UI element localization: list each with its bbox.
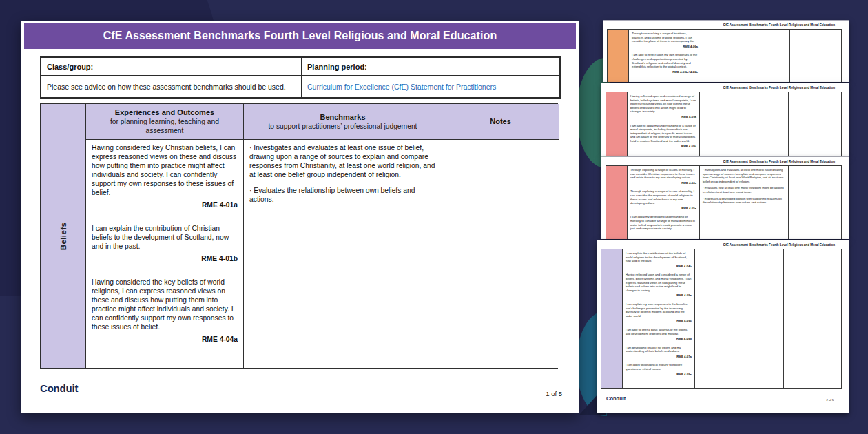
thumbnail-header: CfE Assessment Benchmarks Fourth Level R… bbox=[597, 240, 849, 249]
outcome-text: Having reflected upon and considered a r… bbox=[630, 94, 696, 114]
class-group-label: Class/group: bbox=[41, 58, 301, 76]
outcome-code: RME 4-05a bbox=[630, 207, 696, 211]
outcome-item: I am able to reflect upon my own respons… bbox=[632, 53, 698, 74]
outcome-item: Having considered key Christian beliefs,… bbox=[92, 143, 238, 209]
thumbnail-sidebar: Issues bbox=[606, 166, 627, 239]
thumbnail-notes-cell bbox=[788, 166, 841, 239]
thumbnail-experiences-cell: Through exploring a range of issues of m… bbox=[627, 166, 699, 239]
outcome-code: RME 4-09d bbox=[626, 337, 692, 341]
outcome-text: Through exploring a range of issues of m… bbox=[630, 189, 696, 205]
thumbnail-sidebar bbox=[608, 30, 628, 82]
thumbnail-experiences-cell: I can explain the contributions of the b… bbox=[622, 249, 694, 388]
planning-period-label: Planning period: bbox=[301, 58, 559, 76]
outcome-item: Through researching a range of tradition… bbox=[632, 32, 698, 48]
conduit-logo: Conduit bbox=[606, 395, 626, 402]
outcome-item: I can apply my developing understanding … bbox=[630, 215, 696, 230]
outcome-text: Through exploring a range of issues of m… bbox=[630, 168, 696, 180]
benchmarks-table: Beliefs Experiences and Outcomes for pla… bbox=[40, 103, 558, 369]
thumbnail-page-values-1[interactable]: CfE Assessment Benchmarks Fourth Level R… bbox=[601, 157, 849, 239]
outcome-code: RME 4-09b bbox=[630, 145, 696, 149]
outcome-text: I am able to offer a basic analysis of t… bbox=[626, 328, 692, 335]
outcome-text: I can apply philosophical enquiry to exp… bbox=[626, 363, 692, 371]
outcome-text: I am able to apply my understanding of a… bbox=[630, 124, 696, 143]
advice-text: Please see advice on how these assessmen… bbox=[41, 76, 301, 97]
outcome-code: RME 4-09c bbox=[626, 319, 692, 323]
document-page-1: CfE Assessment Benchmarks Fourth Level R… bbox=[21, 21, 579, 413]
outcome-code: RME 4-04a bbox=[92, 335, 238, 344]
section-sidebar: Beliefs bbox=[41, 104, 85, 368]
thumbnail-benchmarks-cell bbox=[701, 30, 789, 82]
outcome-item: Having reflected upon and considered a r… bbox=[626, 273, 692, 298]
thumbnail-table: Having reflected upon and considered a r… bbox=[606, 92, 842, 156]
benchmarks-header-title: Benchmarks bbox=[320, 113, 365, 122]
thumbnail-header: CfE Assessment Benchmarks Fourth Level R… bbox=[601, 157, 849, 165]
benchmark-item: Expresses a developed opinion with suppo… bbox=[703, 197, 785, 205]
outcome-code: RME 4-04b bbox=[626, 265, 692, 269]
outcome-text: I can explain the contribution of Christ… bbox=[92, 224, 238, 251]
outcome-item: Having reflected upon and considered a r… bbox=[630, 94, 696, 119]
outcome-code: RME 4-02a bbox=[630, 181, 696, 185]
advice-link-cell: Curriculum for Excellence (CfE) Statemen… bbox=[301, 76, 559, 97]
thumbnail-notes-cell bbox=[789, 30, 841, 82]
outcome-code: RME 4-07a bbox=[626, 355, 692, 359]
outcome-text: I can explain my own responses to the be… bbox=[626, 302, 692, 318]
thumbnail-benchmarks-cell: Investigates and evaluates at least one … bbox=[699, 166, 788, 239]
page-title: CfE Assessment Benchmarks Fourth Level R… bbox=[24, 23, 576, 49]
desktop-background: CfE Assessment Benchmarks Fourth Level R… bbox=[0, 0, 868, 434]
thumbnail-benchmarks-cell bbox=[699, 92, 788, 156]
section-label: Beliefs bbox=[59, 222, 68, 250]
benchmark-item: Investigates and evaluates at least one … bbox=[249, 143, 436, 179]
page-number: 1 of 5 bbox=[546, 390, 562, 397]
outcome-code: RME 4-09a bbox=[626, 293, 692, 298]
cfe-statement-link[interactable]: Curriculum for Excellence (CfE) Statemen… bbox=[307, 83, 496, 91]
experiences-cell: Having considered key Christian beliefs,… bbox=[85, 140, 243, 368]
outcome-code: RME 4-06a bbox=[632, 45, 698, 49]
outcome-text: I can explain the contributions of the b… bbox=[626, 251, 692, 263]
experiences-header-sub: for planning learning, teaching and asse… bbox=[93, 117, 236, 135]
thumbnail-table: I can explain the contributions of the b… bbox=[601, 249, 842, 389]
thumbnail-table: Through researching a range of tradition… bbox=[607, 29, 842, 82]
outcome-item: I can explain my own responses to the be… bbox=[626, 302, 692, 323]
benchmark-item: Evaluates the relationship between own b… bbox=[249, 186, 436, 204]
outcome-item: Through exploring a range of issues of m… bbox=[630, 168, 696, 185]
outcome-item: I can explain the contributions of the b… bbox=[626, 251, 692, 268]
thumbnail-page-beliefs-2[interactable]: CfE Assessment Benchmarks Fourth Level R… bbox=[597, 240, 849, 413]
outcome-item: Having considered the key beliefs of wor… bbox=[92, 278, 238, 344]
thumbnail-notes-cell bbox=[788, 92, 841, 156]
thumbnail-benchmarks-cell bbox=[694, 249, 783, 388]
notes-header-title: Notes bbox=[490, 117, 511, 126]
thumbnail-page-practices[interactable]: CfE Assessment Benchmarks Fourth Level R… bbox=[603, 21, 849, 82]
page-number: 2 of 5 bbox=[827, 398, 834, 402]
thumbnail-table: Issues Through exploring a range of issu… bbox=[606, 165, 842, 239]
thumbnail-experiences-cell: Through researching a range of tradition… bbox=[628, 30, 701, 82]
benchmarks-header-sub: to support practitioners’ professional j… bbox=[269, 122, 417, 131]
info-table: Class/group: Planning period: Please see… bbox=[40, 56, 561, 99]
outcome-code: RME 4-09e bbox=[626, 373, 692, 377]
outcome-text: Having reflected upon and considered a r… bbox=[626, 273, 692, 292]
thumbnail-header: CfE Assessment Benchmarks Fourth Level R… bbox=[601, 83, 849, 92]
outcome-code: RME 4-03b / 4-06b bbox=[632, 70, 698, 74]
benchmark-item: Investigates and evaluates at least one … bbox=[703, 168, 785, 183]
notes-cell bbox=[442, 140, 559, 368]
outcome-text: I am developing respect for others and m… bbox=[626, 346, 692, 353]
conduit-logo: Conduit bbox=[40, 382, 78, 394]
outcome-code: RME 4-01b bbox=[92, 254, 238, 263]
benchmarks-cell: Investigates and evaluates at least one … bbox=[243, 140, 442, 368]
outcome-item: I can apply philosophical enquiry to exp… bbox=[626, 363, 692, 376]
thumbnail-page-values-2[interactable]: CfE Assessment Benchmarks Fourth Level R… bbox=[601, 83, 849, 156]
thumbnail-notes-cell bbox=[783, 249, 841, 388]
outcome-item: Through exploring a range of issues of m… bbox=[630, 189, 696, 210]
thumbnail-footer: Conduit 2 of 5 bbox=[597, 389, 849, 406]
outcome-text: Through researching a range of tradition… bbox=[632, 32, 698, 43]
outcome-text: Having considered the key beliefs of wor… bbox=[92, 278, 238, 331]
outcome-text: I am able to reflect upon my own respons… bbox=[632, 53, 698, 68]
outcome-code: RME 4-01a bbox=[92, 200, 238, 209]
experiences-header: Experiences and Outcomes for planning le… bbox=[85, 104, 243, 140]
thumbnail-sidebar bbox=[606, 92, 627, 156]
thumbnail-header: CfE Assessment Benchmarks Fourth Level R… bbox=[603, 21, 849, 29]
outcome-text: I can apply my developing understanding … bbox=[630, 215, 696, 230]
thumbnail-sidebar bbox=[601, 249, 622, 388]
outcome-item: I can explain the contribution of Christ… bbox=[92, 224, 238, 263]
thumbnail-experiences-cell: Having reflected upon and considered a r… bbox=[627, 92, 699, 156]
outcome-item: I am able to apply my understanding of a… bbox=[630, 124, 696, 149]
